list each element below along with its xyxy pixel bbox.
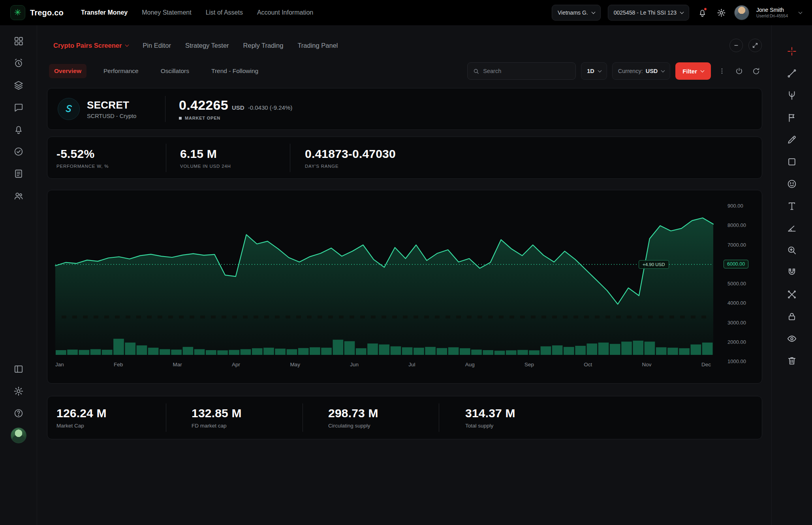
stat-label: PERFORMANCE W, %	[56, 164, 166, 169]
sidebar-settings-button[interactable]	[11, 383, 26, 399]
y-axis-label: 1000.00	[727, 358, 746, 364]
nav-money-statement[interactable]: Money Statement	[142, 9, 191, 16]
tool-hide[interactable]	[786, 333, 798, 345]
x-axis-label: Jun	[350, 362, 359, 368]
market-status: MARKET OPEN	[179, 116, 292, 120]
tab-strategy-tester[interactable]: Strategy Tester	[185, 42, 229, 49]
gear-icon	[13, 386, 24, 396]
sidebar-collapse-button[interactable]	[11, 361, 26, 377]
subtab-trend-following[interactable]: Trend - Following	[206, 64, 263, 78]
sidebar-item-notes[interactable]	[11, 166, 26, 182]
sidebar-item-messages[interactable]	[11, 99, 26, 115]
nav-transfer-money[interactable]: Transfer Money	[81, 9, 128, 16]
screener-subtabs: Overview Performance Oscillators Trend -…	[37, 53, 771, 80]
expand-panel-button[interactable]	[748, 39, 762, 52]
emoji-icon	[787, 179, 797, 189]
crossed-lines-icon	[787, 289, 797, 300]
user-avatar[interactable]	[734, 5, 749, 20]
tool-annotation[interactable]	[786, 134, 798, 146]
search-box[interactable]	[467, 62, 576, 80]
user-menu-chevron-icon[interactable]	[799, 10, 803, 14]
sidebar-help-button[interactable]	[11, 405, 26, 421]
sidebar-item-verified-tasks[interactable]	[11, 144, 26, 159]
brand-logo-icon[interactable]: ✳	[10, 5, 25, 20]
interval-value: 1D	[587, 68, 594, 74]
currency-label: Currency:	[618, 68, 643, 74]
subtab-overview[interactable]: Overview	[49, 64, 86, 78]
region-dropdown-value: Vietnams G.	[558, 9, 588, 16]
refresh-button[interactable]	[750, 65, 762, 77]
tool-text[interactable]	[786, 200, 798, 212]
search-input[interactable]	[483, 68, 570, 74]
tool-trend-angle[interactable]	[786, 222, 798, 234]
panel-left-icon	[13, 364, 24, 374]
stat-label: VOLUME IN USD 24H	[180, 164, 290, 169]
tool-trend-line[interactable]	[786, 68, 798, 79]
document-list-icon	[13, 169, 24, 179]
settings-button[interactable]	[715, 7, 727, 19]
tool-zoom-in[interactable]	[786, 244, 798, 256]
tool-pitchfork[interactable]	[786, 90, 798, 101]
x-axis-label: Apr	[232, 362, 240, 368]
interval-dropdown[interactable]: 1D	[581, 62, 607, 80]
x-axis-label: Mar	[173, 362, 182, 368]
stat-total-supply: 314.37 M Total supply	[439, 396, 515, 439]
tool-emoji[interactable]	[786, 178, 798, 190]
sidebar-item-dashboard[interactable]	[11, 33, 26, 49]
tool-crossed-lines[interactable]	[786, 289, 798, 300]
power-button[interactable]	[733, 65, 745, 77]
chevron-down-icon	[680, 10, 684, 14]
y-axis-label: 5000.00	[727, 281, 746, 287]
tool-crosshair[interactable]	[786, 45, 798, 57]
x-axis-label: Feb	[114, 362, 123, 368]
collapse-panel-button[interactable]	[729, 39, 743, 52]
crosshair-icon	[787, 46, 797, 56]
tab-crypto-pairs-screener[interactable]: Crypto Pairs Screener	[53, 42, 128, 49]
x-axis-label: Jul	[408, 362, 415, 368]
tab-trading-panel[interactable]: Trading Panel	[297, 42, 338, 49]
tool-magnet[interactable]	[786, 266, 798, 278]
supply-stats-card: 126.24 M Market Cap 132.85 M FD market c…	[47, 396, 762, 439]
stat-value: 314.37 M	[465, 407, 515, 420]
brand-name: Trego.co	[30, 8, 64, 17]
subtab-performance[interactable]: Performance	[98, 64, 144, 78]
user-id: UserId:Dri-45554	[756, 13, 788, 19]
left-sidebar	[0, 25, 37, 525]
user-name: Jone Smith	[756, 7, 788, 13]
y-axis-price-badge: 6000.00	[724, 260, 748, 268]
tab-pin-editor[interactable]: Pin Editor	[143, 42, 171, 49]
expand-icon	[752, 42, 758, 49]
subtab-oscillators[interactable]: Oscillators	[156, 64, 194, 78]
top-navigation: Transfer Money Money Statement List of A…	[81, 9, 313, 16]
filter-button[interactable]: Filter	[675, 62, 711, 80]
drawing-toolbar	[771, 25, 812, 525]
tool-shapes[interactable]	[786, 156, 798, 168]
region-dropdown[interactable]: Vietnams G.	[552, 5, 601, 21]
trend-line-icon	[787, 68, 797, 79]
profile-avatar[interactable]	[11, 428, 26, 443]
account-dropdown[interactable]: 0025458 - Le Thi SSI 123	[608, 5, 689, 21]
notification-badge	[704, 8, 707, 11]
stat-value: 298.73 M	[328, 407, 439, 420]
nav-account-information[interactable]: Account Information	[257, 9, 313, 16]
more-options-button[interactable]	[716, 65, 728, 77]
tool-lock[interactable]	[786, 311, 798, 322]
main-content: Crypto Pairs Screener Pin Editor Strateg…	[37, 25, 771, 525]
stat-value: 6.15 M	[180, 147, 290, 161]
stats-card: -5.52% PERFORMANCE W, % 6.15 M VOLUME IN…	[47, 137, 762, 179]
tool-remove[interactable]	[786, 355, 798, 367]
stat-label: Market Cap	[56, 423, 166, 429]
sidebar-item-notifications[interactable]	[11, 122, 26, 137]
users-icon	[13, 191, 24, 201]
nav-list-of-assets[interactable]: List of Assets	[206, 9, 243, 16]
sidebar-item-contacts[interactable]	[11, 188, 26, 204]
price-chart[interactable]	[54, 194, 721, 368]
stat-value: 132.85 M	[192, 407, 303, 420]
account-dropdown-value: 0025458 - Le Thi SSI 123	[614, 9, 677, 16]
currency-dropdown[interactable]: Currency: USD	[612, 62, 670, 80]
sidebar-item-layers[interactable]	[11, 77, 26, 93]
notifications-button[interactable]	[696, 7, 708, 19]
tool-flag[interactable]	[786, 112, 798, 124]
sidebar-item-alerts-history[interactable]	[11, 55, 26, 71]
tab-reply-trading[interactable]: Reply Trading	[243, 42, 284, 49]
